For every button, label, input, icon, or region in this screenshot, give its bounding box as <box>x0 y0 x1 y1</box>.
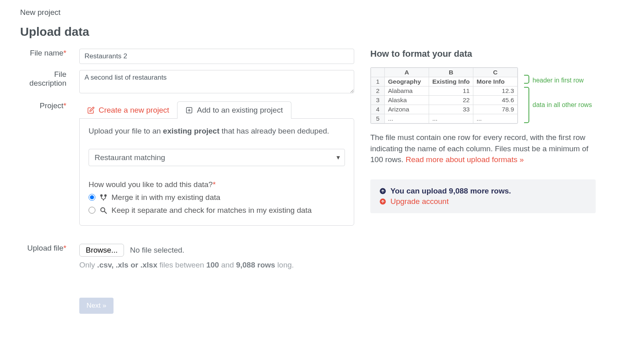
tab-create-project[interactable]: Create a new project <box>79 101 177 119</box>
aside-heading: How to format your data <box>370 49 596 59</box>
file-name-input[interactable] <box>79 49 354 64</box>
file-help-text: Only .csv, .xls or .xlsx files between 1… <box>79 261 354 270</box>
project-label: Project* <box>20 101 66 226</box>
form-column: File name* File description A second lis… <box>20 49 354 320</box>
tab-panel-existing: Upload your file to an existing project … <box>79 118 354 226</box>
tab-existing-project[interactable]: Add to an existing project <box>177 101 291 119</box>
upload-file-label: Upload file* <box>20 244 66 270</box>
bracket-icon <box>524 74 529 84</box>
annotation-header-row: header in first row <box>524 67 592 84</box>
breadcrumb: New project <box>20 8 624 17</box>
browse-button[interactable]: Browse... <box>79 244 124 257</box>
merge-icon <box>99 193 107 202</box>
annotation-data-rows: data in all other rows <box>524 86 592 124</box>
upload-icon <box>379 187 386 195</box>
upload-limit-notice: You can upload 9,088 more rows. Upgrade … <box>370 179 596 213</box>
plus-square-icon <box>186 107 193 114</box>
radio-merge-input[interactable] <box>89 194 95 201</box>
file-name-label: File name* <box>20 49 66 64</box>
read-more-link[interactable]: Read more about upload formats » <box>406 155 524 164</box>
no-file-text: No file selected. <box>130 246 184 254</box>
bracket-icon <box>524 86 529 123</box>
search-icon <box>99 206 107 214</box>
example-table: A B C 1 Geography Existing Info More Inf… <box>370 67 518 124</box>
page-title: Upload data <box>20 25 624 39</box>
example-spreadsheet: A B C 1 Geography Existing Info More Inf… <box>370 67 596 124</box>
arrow-up-circle-icon <box>379 198 386 205</box>
project-tabs: Create a new project Add to an existing … <box>79 101 354 119</box>
example-annotations: header in first row data in all other ro… <box>524 67 592 124</box>
radio-separate-input[interactable] <box>89 207 95 214</box>
file-desc-input[interactable]: A second list of restaurants <box>79 70 354 93</box>
aside-column: How to format your data A B C 1 Geograph… <box>370 49 596 320</box>
aside-text: The file must contain one row for every … <box>370 132 596 165</box>
radio-merge[interactable]: Merge it in with my existing data <box>89 193 345 202</box>
panel-description: Upload your file to an existing project … <box>89 126 345 137</box>
radio-separate[interactable]: Keep it separate and check for matches i… <box>89 206 345 215</box>
edit-icon <box>87 107 95 114</box>
project-select[interactable]: Restaurant matching <box>89 149 345 166</box>
next-button[interactable]: Next » <box>79 298 114 314</box>
add-mode-question: How would you like to add this data?* <box>89 180 345 189</box>
file-desc-label: File description <box>20 70 66 95</box>
upload-limit-line: You can upload 9,088 more rows. <box>379 187 587 195</box>
svg-line-6 <box>105 211 107 213</box>
upgrade-account-link[interactable]: Upgrade account <box>379 197 587 206</box>
